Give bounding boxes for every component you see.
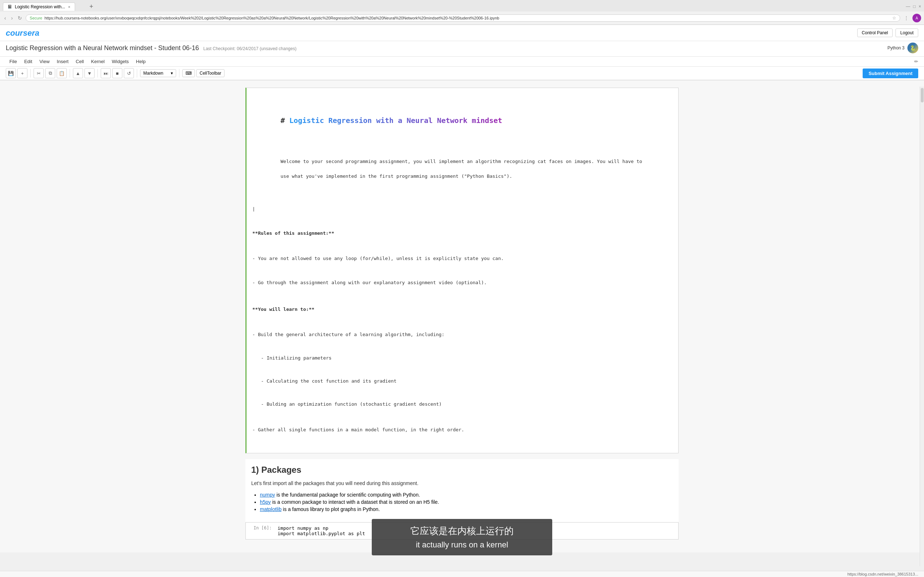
dropdown-chevron-icon: ▾	[171, 71, 173, 76]
cell-heading-text: Logistic Regression with a Neural Networ…	[289, 116, 502, 125]
jupyter-header: coursera Control Panel Logout	[0, 25, 924, 41]
cell-learn-1c: - Bulding an optimization function (stoc…	[252, 401, 672, 408]
packages-list: numpy is the fundamental package for sci…	[260, 492, 673, 512]
scrollbar-thumb[interactable]	[921, 88, 924, 102]
cell-heading-hash: #	[281, 116, 289, 125]
move-up-btn[interactable]: ▲	[73, 68, 83, 78]
matplotlib-link[interactable]: matplotlib	[260, 506, 281, 512]
menu-cell[interactable]: Cell	[72, 57, 87, 66]
back-btn[interactable]: ‹	[3, 15, 8, 22]
menu-file[interactable]: File	[6, 57, 21, 66]
toolbar: 💾 + ✂ ⧉ 📋 ▲ ▼ ⏭ ■ ↺ Markdown ▾ ⌨ CellToo…	[0, 67, 924, 81]
menu-kernel[interactable]: Kernel	[87, 57, 108, 66]
cell-learn-1a: - Initializing parameters	[252, 355, 672, 362]
toolbar-sep-4	[137, 69, 137, 77]
toolbar-sep-3	[97, 69, 98, 77]
numpy-desc: is the fundamental package for scientifi…	[275, 492, 420, 498]
submit-assignment-btn[interactable]: Submit Assignment	[863, 69, 918, 78]
toolbar-sep-2	[69, 69, 70, 77]
header-right: Control Panel Logout	[857, 29, 918, 37]
notebook-content-area: # Logistic Regression with a Neural Netw…	[0, 81, 924, 553]
numpy-link[interactable]: numpy	[260, 492, 275, 498]
cell-type-label: Markdown	[143, 71, 163, 76]
menu-widgets[interactable]: Widgets	[108, 57, 132, 66]
close-window-btn[interactable]: ×	[919, 4, 921, 9]
add-cell-btn[interactable]: +	[17, 68, 27, 78]
edit-pencil-icon[interactable]: ✏	[914, 59, 918, 64]
tab-bar: 📓 Logistic Regression with... × + — □ ×	[0, 0, 924, 11]
keyboard-icon-btn[interactable]: ⌨	[182, 69, 195, 77]
save-btn[interactable]: 💾	[6, 68, 16, 78]
coursera-logo-text: coursera	[6, 29, 39, 37]
extensions-icon[interactable]: ⋮	[902, 15, 910, 22]
packages-section: 1) Packages Let's first import all the p…	[246, 459, 678, 522]
address-bar: ‹ › ↻ Secure https://hub.coursera-notebo…	[0, 11, 924, 24]
jupyter-logo: coursera	[6, 28, 39, 38]
cell-cursor-line: |	[252, 206, 672, 213]
control-panel-btn[interactable]: Control Panel	[857, 29, 893, 37]
bookmark-icon[interactable]: ☆	[892, 16, 896, 21]
kernel-name: Python 3	[888, 45, 905, 50]
package-numpy: numpy is the fundamental package for sci…	[260, 492, 673, 498]
python-logo: 🐍	[908, 43, 918, 53]
intro-cell[interactable]: # Logistic Regression with a Neural Netw…	[246, 88, 678, 453]
cell-learn-2: - Gather all single functions in a main …	[252, 426, 672, 434]
packages-heading: 1) Packages	[251, 465, 673, 475]
menu-help[interactable]: Help	[132, 57, 149, 66]
copy-btn[interactable]: ⧉	[45, 68, 55, 78]
tab-close-btn[interactable]: ×	[68, 5, 70, 9]
maximize-btn[interactable]: □	[913, 4, 916, 9]
cut-btn[interactable]: ✂	[34, 68, 44, 78]
move-down-btn[interactable]: ▼	[84, 68, 95, 78]
notebook-title-bar: Logistic Regression with a Neural Networ…	[0, 41, 924, 56]
menu-bar: File Edit View Insert Cell Kernel Widget…	[0, 56, 924, 67]
toolbar-sep-5	[179, 69, 179, 77]
package-matplotlib: matplotlib is a famous library to plot g…	[260, 506, 673, 512]
menu-edit[interactable]: Edit	[21, 57, 36, 66]
cell-content: # Logistic Regression with a Neural Netw…	[252, 92, 672, 449]
packages-intro: Let's first import all the packages that…	[251, 479, 673, 487]
cell-learn-1b: - Calculating the cost function and its …	[252, 377, 672, 385]
notebook-title: Logistic Regression with a Neural Networ…	[6, 44, 199, 52]
refresh-btn[interactable]: ↻	[16, 15, 23, 22]
paste-btn[interactable]: 📋	[57, 68, 67, 78]
scrollbar[interactable]	[920, 87, 924, 553]
subtitle-chinese: 它应该是在内核上运行的	[383, 525, 541, 537]
cell-type-dropdown[interactable]: Markdown ▾	[140, 69, 176, 77]
tab-favicon: 📓	[8, 5, 12, 9]
h5py-link[interactable]: h5py	[260, 499, 271, 505]
h5py-desc: is a common package to interact with a d…	[271, 499, 439, 505]
cell-rule-2: - Go through the assignment along with o…	[252, 279, 672, 287]
minimize-btn[interactable]: —	[906, 4, 910, 9]
skip-btn[interactable]: ⏭	[101, 68, 111, 78]
cell-learn-1: - Build the general architecture of a le…	[252, 331, 672, 338]
new-tab-btn[interactable]: +	[89, 3, 94, 10]
matplotlib-desc: is a famous library to plot graphs in Py…	[281, 506, 380, 512]
url-display[interactable]: https://hub.coursera-notebooks.org/user/…	[44, 16, 890, 20]
forward-btn[interactable]: ›	[10, 15, 15, 22]
cell-intro-text: Welcome to your second programming assig…	[252, 150, 672, 188]
tab-title: Logistic Regression with...	[15, 4, 65, 10]
active-tab[interactable]: 📓 Logistic Regression with... ×	[3, 3, 75, 11]
cell-learn-header: **You will learn to:**	[252, 306, 672, 313]
cell-rule-1: - You are not allowed to use any loop (f…	[252, 255, 672, 263]
menu-view[interactable]: View	[36, 57, 53, 66]
cell-toolbar-btn[interactable]: CellToolbar	[196, 69, 225, 77]
checkpoint-info: Last Checkpoint: 06/24/2017 (unsaved cha…	[203, 46, 296, 51]
logout-btn[interactable]: Logout	[895, 29, 918, 37]
code-cell-prompt: In [6]:	[246, 522, 275, 533]
menu-insert[interactable]: Insert	[53, 57, 72, 66]
stop-btn[interactable]: ■	[112, 68, 122, 78]
profile-icon[interactable]: A	[913, 14, 921, 23]
subtitle-overlay: 它应该是在内核上运行的 it actually runs on a kernel	[372, 519, 552, 553]
package-h5py: h5py is a common package to interact wit…	[260, 499, 673, 505]
subtitle-english: it actually runs on a kernel	[383, 540, 541, 550]
notebook-scroll-area: # Logistic Regression with a Neural Netw…	[246, 88, 678, 540]
browser-chrome: 📓 Logistic Regression with... × + — □ × …	[0, 0, 924, 25]
cell-rules-header: **Rules of this assignment:**	[252, 230, 672, 237]
restart-btn[interactable]: ↺	[124, 68, 134, 78]
toolbar-sep-1	[30, 69, 31, 77]
secure-indicator: Secure	[30, 16, 42, 20]
